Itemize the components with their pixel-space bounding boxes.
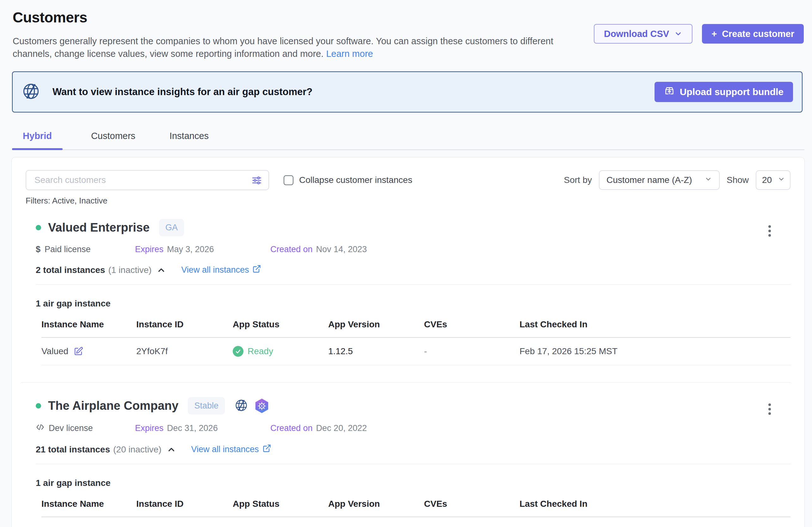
external-link-icon	[252, 265, 261, 275]
license-type-label: Dev license	[49, 423, 93, 433]
col-app-version: App Version	[328, 319, 424, 330]
customer-capability-icons	[234, 398, 269, 413]
upload-support-bundle-button[interactable]: Upload support bundle	[654, 82, 793, 102]
external-link-icon	[262, 444, 271, 455]
instance-id-cell: 2YfoK7f	[136, 346, 233, 356]
edit-icon[interactable]	[73, 347, 83, 356]
chevron-up-icon[interactable]	[166, 445, 176, 454]
expires-label: Expires	[135, 244, 163, 254]
instances-table-header: Instance Name Instance ID App Status App…	[41, 319, 791, 338]
plus-icon: +	[711, 29, 717, 39]
show-value: 20	[762, 175, 772, 185]
upload-bundle-icon	[664, 86, 675, 99]
show-label: Show	[727, 175, 749, 185]
banner-heading: Want to view instance insights for an ai…	[53, 86, 313, 97]
dollar-icon: $	[36, 244, 41, 254]
page-title: Customers	[13, 9, 799, 26]
header-actions: Download CSV + Create customer	[594, 24, 804, 44]
customer-block-valued-enterprise: Valued Enterprise GA $ Paid license Expi…	[26, 219, 791, 365]
total-instances-text: 21 total instances	[36, 445, 110, 455]
expires-date: Dec 31, 2026	[167, 423, 218, 433]
page-header: Customers Customers generally represent …	[0, 0, 812, 60]
airgap-globe-icon	[21, 82, 41, 102]
create-customer-button[interactable]: + Create customer	[702, 24, 804, 44]
instances-summary-row: 21 total instances (20 inactive) View al…	[36, 444, 791, 455]
table-row: Valued 2YfoK7f Ready 1.12.5 - Feb 17, 20…	[41, 338, 791, 365]
upload-bundle-label: Upload support bundle	[680, 87, 784, 97]
col-instance-id: Instance ID	[136, 319, 233, 330]
show-select[interactable]: 20	[756, 170, 791, 190]
col-cves: CVEs	[424, 319, 520, 330]
col-app-version: App Version	[328, 499, 424, 509]
inactive-instances-text: (20 inactive)	[113, 445, 162, 455]
customer-menu-kebab-icon[interactable]	[767, 402, 773, 417]
instances-table: Instance Name Instance ID App Status App…	[36, 319, 791, 365]
active-status-dot	[36, 225, 41, 230]
expires-label: Expires	[135, 423, 163, 433]
airgap-globe-icon	[234, 398, 248, 413]
col-cves: CVEs	[424, 499, 520, 509]
airgap-instances-heading: 1 air gap instance	[36, 299, 791, 309]
collapse-instances-toggle[interactable]: Collapse customer instances	[284, 175, 412, 185]
instances-table: Instance Name Instance ID App Status App…	[36, 499, 791, 517]
col-instance-name: Instance Name	[41, 319, 136, 330]
customers-card: Collapse customer instances Sort by Cust…	[11, 157, 805, 527]
license-type: Dev license	[36, 423, 135, 434]
license-type-label: Paid license	[45, 244, 91, 254]
helm-icon	[255, 399, 269, 413]
tab-bar: Hybrid Customers Instances	[12, 126, 804, 150]
toolbar: Collapse customer instances Sort by Cust…	[26, 170, 791, 190]
create-customer-label: Create customer	[722, 29, 794, 39]
tab-hybrid[interactable]: Hybrid	[12, 126, 63, 149]
created-info: Created on Dec 20, 2022	[270, 423, 367, 433]
active-status-dot	[36, 403, 41, 408]
inactive-instances-text: (1 inactive)	[108, 265, 151, 275]
download-csv-label: Download CSV	[604, 29, 669, 39]
col-instance-id: Instance ID	[136, 499, 233, 509]
license-type: $ Paid license	[36, 244, 135, 254]
customer-meta-row: $ Paid license Expires May 3, 2026 Creat…	[36, 244, 791, 254]
customer-name-link[interactable]: The Airplane Company	[48, 399, 178, 412]
instance-name-cell: Valued	[41, 346, 136, 356]
description-text: Customers generally represent the compan…	[13, 36, 553, 59]
download-csv-button[interactable]: Download CSV	[594, 24, 693, 44]
col-app-status: App Status	[233, 499, 328, 509]
view-all-instances-link[interactable]: View all instances	[191, 444, 271, 455]
created-on-label: Created on	[270, 244, 313, 254]
customer-header: Valued Enterprise GA	[36, 219, 791, 236]
expires-date: May 3, 2026	[167, 244, 214, 254]
airgap-instances-heading: 1 air gap instance	[36, 478, 791, 488]
col-instance-name: Instance Name	[41, 499, 136, 509]
col-last-checked-in: Last Checked In	[520, 499, 791, 509]
channel-badge: Stable	[188, 397, 225, 415]
channel-badge: GA	[159, 219, 184, 236]
learn-more-link[interactable]: Learn more	[326, 49, 373, 59]
chevron-down-icon	[674, 30, 682, 38]
tab-instances[interactable]: Instances	[164, 126, 214, 149]
customer-block-airplane-company: The Airplane Company Stable	[26, 397, 791, 517]
chevron-up-icon[interactable]	[157, 266, 166, 275]
instances-table-header: Instance Name Instance ID App Status App…	[41, 499, 791, 517]
customer-menu-kebab-icon[interactable]	[767, 223, 773, 239]
view-all-instances-link[interactable]: View all instances	[181, 265, 261, 275]
filter-sliders-icon[interactable]	[251, 175, 263, 188]
customer-header: The Airplane Company Stable	[36, 397, 791, 415]
check-circle-icon	[233, 346, 244, 357]
collapse-checkbox[interactable]	[284, 175, 293, 185]
col-last-checked-in: Last Checked In	[520, 319, 791, 330]
customer-name-link[interactable]: Valued Enterprise	[48, 221, 149, 235]
app-status-cell: Ready	[233, 346, 328, 357]
sort-by-select[interactable]: Customer name (A-Z)	[599, 170, 720, 190]
airgap-banner: Want to view instance insights for an ai…	[12, 71, 802, 112]
instances-summary-row: 2 total instances (1 inactive) View all …	[36, 265, 791, 275]
tab-customers[interactable]: Customers	[88, 126, 139, 149]
chevron-down-icon	[705, 175, 712, 185]
page-description: Customers generally represent the compan…	[13, 35, 574, 60]
created-on-label: Created on	[270, 423, 313, 433]
created-date: Dec 20, 2022	[316, 423, 367, 433]
view-all-instances-label: View all instances	[191, 445, 259, 454]
active-filters-text: Filters: Active, Inactive	[26, 196, 791, 206]
col-app-status: App Status	[233, 319, 328, 330]
search-input[interactable]	[26, 170, 269, 190]
total-instances-text: 2 total instances	[36, 265, 105, 275]
